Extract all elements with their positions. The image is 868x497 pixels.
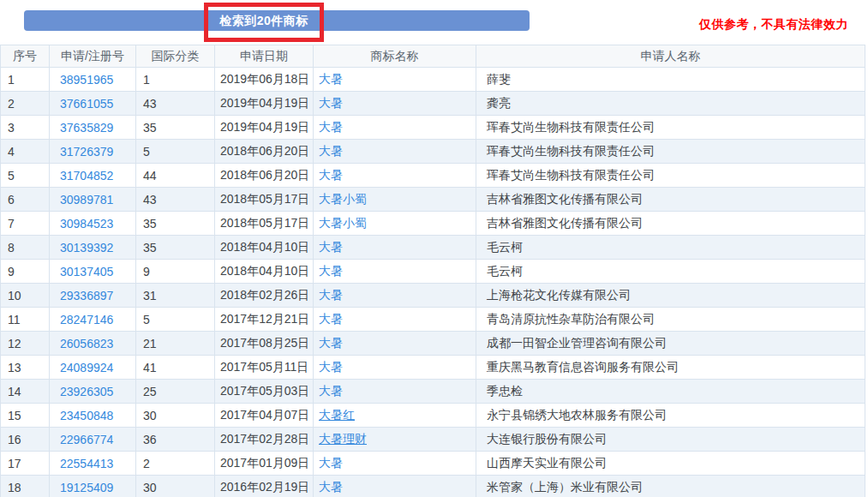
table-row: 531704852442018年06月20日大暑珲春艾尚生物科技有限责任公司 — [1, 164, 865, 188]
reg-number-link[interactable]: 22554413 — [50, 452, 136, 476]
trademark-name-link[interactable]: 大暑 — [314, 236, 476, 260]
trademark-search-results-page: 检索到20件商标 仅供参考，不具有法律效力 序号申请/注册号国际分类申请日期商标… — [0, 0, 868, 497]
applicant-name: 成都一田智企业管理咨询有限公司 — [476, 332, 865, 356]
apply-date: 2017年04月07日 — [215, 404, 314, 428]
intl-class: 41 — [136, 356, 215, 380]
intl-class: 35 — [136, 116, 215, 140]
trademark-name-link[interactable]: 大暑 — [314, 164, 476, 188]
trademark-name-link[interactable]: 大暑红 — [314, 404, 476, 428]
trademark-name-link[interactable]: 大暑 — [314, 260, 476, 284]
trademark-name-link[interactable]: 大暑小蜀 — [314, 188, 476, 212]
row-index: 14 — [1, 380, 50, 404]
trademark-name-link[interactable]: 大暑理财 — [314, 428, 476, 452]
reg-number-link[interactable]: 23926305 — [50, 380, 136, 404]
row-index: 4 — [1, 140, 50, 164]
applicant-name: 薛斐 — [476, 68, 865, 92]
intl-class: 5 — [136, 140, 215, 164]
applicant-name: 米管家（上海）米业有限公司 — [476, 476, 865, 497]
apply-date: 2019年06月18日 — [215, 68, 314, 92]
applicant-name: 吉林省雅图文化传播有限公司 — [476, 212, 865, 236]
apply-date: 2019年04月19日 — [215, 92, 314, 116]
row-index: 3 — [1, 116, 50, 140]
apply-date: 2017年01月09日 — [215, 452, 314, 476]
trademark-name-link[interactable]: 大暑小蜀 — [314, 212, 476, 236]
applicant-name: 上海枪花文化传媒有限公司 — [476, 284, 865, 308]
applicant-name: 青岛清原抗性杂草防治有限公司 — [476, 308, 865, 332]
trademark-name-link[interactable]: 大暑 — [314, 356, 476, 380]
trademark-name-link[interactable]: 大暑 — [314, 332, 476, 356]
intl-class: 31 — [136, 284, 215, 308]
table-row: 337635829352019年04月19日大暑珲春艾尚生物科技有限责任公司 — [1, 116, 865, 140]
table-row: 1523450848302017年04月07日大暑红永宁县锦绣大地农林服务有限公… — [1, 404, 865, 428]
applicant-name: 毛云柯 — [476, 260, 865, 284]
applicant-name: 山西摩天实业有限公司 — [476, 452, 865, 476]
apply-date: 2017年02月28日 — [215, 428, 314, 452]
trademark-name-link[interactable]: 大暑 — [314, 68, 476, 92]
intl-class: 1 — [136, 68, 215, 92]
apply-date: 2019年04月19日 — [215, 116, 314, 140]
reg-number-link[interactable]: 31726379 — [50, 140, 136, 164]
applicant-name: 珲春艾尚生物科技有限责任公司 — [476, 140, 865, 164]
reg-number-link[interactable]: 37661055 — [50, 92, 136, 116]
reg-number-link[interactable]: 30984523 — [50, 212, 136, 236]
trademark-name-link[interactable]: 大暑 — [314, 284, 476, 308]
column-header-3: 国际分类 — [136, 45, 215, 68]
applicant-name: 永宁县锦绣大地农林服务有限公司 — [476, 404, 865, 428]
row-index: 10 — [1, 284, 50, 308]
intl-class: 30 — [136, 476, 215, 497]
applicant-name: 大连银行股份有限公司 — [476, 428, 865, 452]
trademark-name-link[interactable]: 大暑 — [314, 308, 476, 332]
apply-date: 2018年04月10日 — [215, 260, 314, 284]
applicant-name: 吉林省雅图文化传播有限公司 — [476, 188, 865, 212]
reg-number-link[interactable]: 30137405 — [50, 260, 136, 284]
column-header-6: 申请人名称 — [476, 45, 865, 68]
intl-class: 5 — [136, 308, 215, 332]
table-row: 1324089924412017年05月11日大暑重庆黑马教育信息咨询服务有限公… — [1, 356, 865, 380]
table-row: 43172637952018年06月20日大暑珲春艾尚生物科技有限责任公司 — [1, 140, 865, 164]
reg-number-link[interactable]: 24089924 — [50, 356, 136, 380]
apply-date: 2018年04月10日 — [215, 236, 314, 260]
row-index: 7 — [1, 212, 50, 236]
table-row: 93013740592018年04月10日大暑毛云柯 — [1, 260, 865, 284]
row-index: 17 — [1, 452, 50, 476]
trademark-name-link[interactable]: 大暑 — [314, 380, 476, 404]
applicant-name: 重庆黑马教育信息咨询服务有限公司 — [476, 356, 865, 380]
reg-number-link[interactable]: 22966774 — [50, 428, 136, 452]
intl-class: 44 — [136, 164, 215, 188]
table-row: 112824714652017年12月21日大暑青岛清原抗性杂草防治有限公司 — [1, 308, 865, 332]
trademark-name-link[interactable]: 大暑 — [314, 116, 476, 140]
reg-number-link[interactable]: 38951965 — [50, 68, 136, 92]
row-index: 16 — [1, 428, 50, 452]
row-index: 2 — [1, 92, 50, 116]
row-index: 9 — [1, 260, 50, 284]
reg-number-link[interactable]: 19125409 — [50, 476, 136, 497]
trademark-name-link[interactable]: 大暑 — [314, 92, 476, 116]
reg-number-link[interactable]: 30989781 — [50, 188, 136, 212]
applicant-name: 毛云柯 — [476, 236, 865, 260]
reg-number-link[interactable]: 30139392 — [50, 236, 136, 260]
row-index: 15 — [1, 404, 50, 428]
intl-class: 25 — [136, 380, 215, 404]
column-header-5: 商标名称 — [314, 45, 476, 68]
intl-class: 43 — [136, 188, 215, 212]
applicant-name: 龚亮 — [476, 92, 865, 116]
reg-number-link[interactable]: 28247146 — [50, 308, 136, 332]
row-index: 13 — [1, 356, 50, 380]
trademark-name-link[interactable]: 大暑 — [314, 452, 476, 476]
intl-class: 9 — [136, 260, 215, 284]
trademark-name-link[interactable]: 大暑 — [314, 140, 476, 164]
reg-number-link[interactable]: 37635829 — [50, 116, 136, 140]
reg-number-link[interactable]: 31704852 — [50, 164, 136, 188]
apply-date: 2017年08月25日 — [215, 332, 314, 356]
disclaimer-text: 仅供参考，不具有法律效力 — [699, 17, 848, 33]
table-row: 172255441322017年01月09日大暑山西摩天实业有限公司 — [1, 452, 865, 476]
row-index: 12 — [1, 332, 50, 356]
reg-number-link[interactable]: 29336897 — [50, 284, 136, 308]
column-header-1: 序号 — [1, 45, 50, 68]
intl-class: 35 — [136, 236, 215, 260]
column-header-4: 申请日期 — [215, 45, 314, 68]
trademark-name-link[interactable]: 大暑 — [314, 476, 476, 497]
reg-number-link[interactable]: 26056823 — [50, 332, 136, 356]
intl-class: 43 — [136, 92, 215, 116]
reg-number-link[interactable]: 23450848 — [50, 404, 136, 428]
